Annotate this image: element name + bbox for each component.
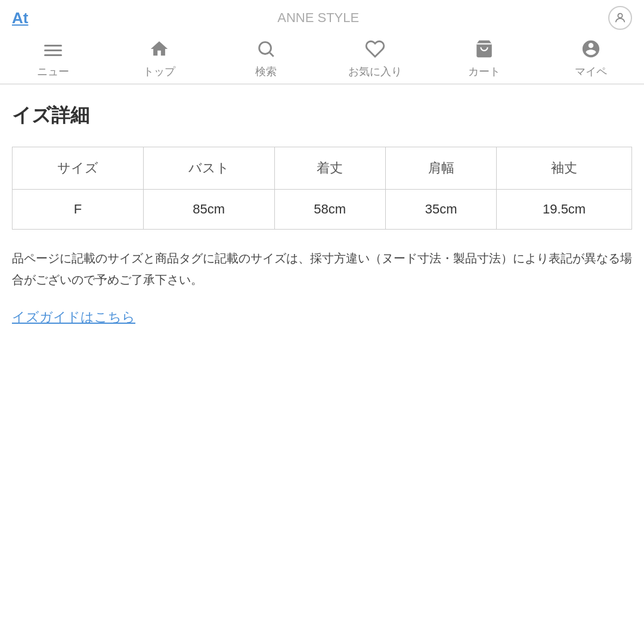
search-icon [256,39,276,62]
nav-item-search[interactable]: 検索 [242,39,290,79]
cell-shoulder: 35cm [385,190,496,230]
svg-point-0 [618,14,622,18]
cell-bust: 85cm [143,190,274,230]
cart-icon [474,39,494,62]
notice-text: 品ページに記載のサイズと商品タグに記載のサイズは、採寸方違い（ヌード寸法・製品寸… [12,247,632,290]
section-title: イズ詳細 [12,103,632,129]
nav-label-favorites: お気に入り [348,64,402,79]
heart-icon [365,39,385,62]
cell-size: F [13,190,144,230]
header-subtitle: ANNE STYLE [277,10,359,26]
nav-item-menu[interactable]: ニュー [29,39,77,79]
nav-label-mypage: マイペ [575,64,607,79]
nav-item-top[interactable]: トップ [135,39,183,79]
nav-label-menu: ニュー [37,64,69,79]
user-account-icon[interactable] [608,6,632,30]
table-header-row: サイズ バスト 着丈 肩幅 袖丈 [13,147,632,190]
nav-item-cart[interactable]: カート [460,39,508,79]
home-icon [149,39,169,62]
col-header-shoulder: 肩幅 [385,147,496,190]
main-content: イズ詳細 サイズ バスト 着丈 肩幅 袖丈 F 85cm 58cm 35cm 1 [0,85,644,350]
brand-logo[interactable]: At [12,9,28,27]
nav-label-search: 検索 [255,64,277,79]
svg-line-2 [270,53,273,57]
header: At ANNE STYLE [0,0,644,33]
nav-label-top: トップ [143,64,175,79]
nav-item-favorites[interactable]: お気に入り [348,39,402,79]
nav-item-mypage[interactable]: マイペ [567,39,615,79]
size-table-wrapper: サイズ バスト 着丈 肩幅 袖丈 F 85cm 58cm 35cm 19.5cm [12,147,632,230]
cell-sleeve: 19.5cm [497,190,632,230]
col-header-size: サイズ [13,147,144,190]
size-table: サイズ バスト 着丈 肩幅 袖丈 F 85cm 58cm 35cm 19.5cm [12,147,632,230]
svg-point-1 [259,42,271,54]
account-icon [581,39,601,62]
size-guide-link[interactable]: イズガイドはこちら [12,309,135,324]
cell-length: 58cm [274,190,385,230]
nav-label-cart: カート [468,64,500,79]
table-row: F 85cm 58cm 35cm 19.5cm [13,190,632,230]
col-header-length: 着丈 [274,147,385,190]
col-header-sleeve: 袖丈 [497,147,632,190]
navigation-bar: ニュー トップ 検索 お気に入り [0,33,644,84]
col-header-bust: バスト [143,147,274,190]
menu-icon [44,39,62,62]
